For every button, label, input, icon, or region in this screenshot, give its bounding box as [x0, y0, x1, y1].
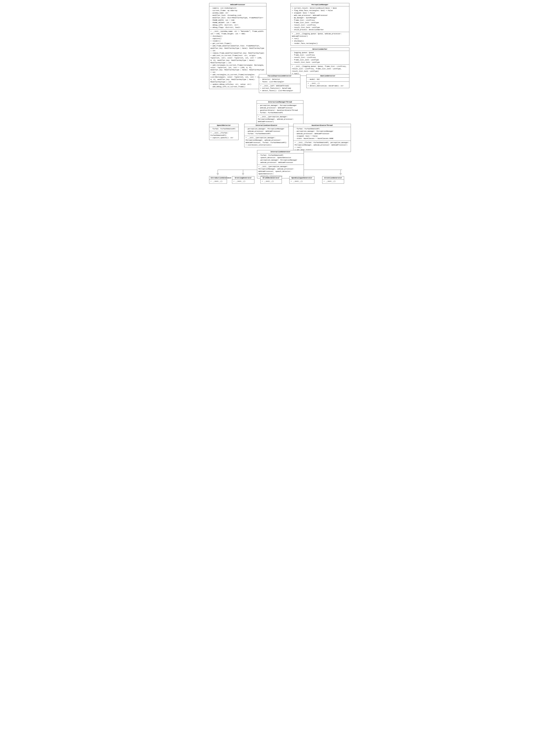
webcam-processor-method-add-text: + add_text_to_current_frame(text: str, o…	[210, 54, 265, 64]
dw-attr-resultlist: - result_list: ListProxy	[292, 56, 348, 59]
gaze-coordinator-thread-box: GazeCoordinatorThread - furhat: FurhatRe…	[293, 124, 351, 152]
drink-rec-generator-box: DrinkRecGenerator + __init__()	[260, 176, 282, 184]
webcam-processor-attr-window: - window_name: str	[210, 12, 265, 14]
ic-attrs: - perception_manager: PerceptionManager …	[244, 127, 289, 136]
fed-attrs: - detector: Detector - faces: List<Recta…	[259, 78, 300, 84]
svg-marker-12	[340, 173, 342, 175]
detection-worker-methods: + __init__(logging_queue: Queue, frame_l…	[291, 65, 349, 76]
ed-attrs: - model: SVC	[307, 78, 349, 82]
interaction-coordinator-box: InteractionCoordinator - perception_mana…	[244, 124, 289, 147]
pm-attr-resultlock: - result_list_lock: LockType	[292, 26, 348, 29]
odg-title: OpenDialogueGenerator	[289, 176, 314, 179]
sd-attrs: - furhat: FurhatRemoteAPI	[209, 127, 238, 131]
pm-method-init: + __init__(logging_queue: Queue, webcam_…	[292, 33, 348, 38]
sd-method-capture: + capture_speech(): str	[210, 137, 237, 139]
fed-methods: + __init__(wCT: WebCamThread) + extract_…	[259, 84, 300, 93]
webcam-processor-method-add-rects: + add_rectangles_to_current_frame(rectan…	[210, 74, 265, 83]
detection-worker-box: DetectionWorker - logging_queue: Queue -…	[291, 48, 349, 76]
pm-attr-resultlist: - result_list: ListProxy	[292, 24, 348, 26]
odg-methods: + __init__()	[289, 179, 314, 183]
gct-attr-state: - state: GazeClasses = GazeClasses.NONE	[295, 137, 350, 140]
greeting-generator-box: GreetingGenerator + __init__()	[232, 176, 254, 184]
dw-attr-queue: - logging_queue: Queue	[292, 52, 348, 54]
webcam-processor-box: WebcamProcessor - camera: cv2.VideoCaptu…	[209, 3, 266, 89]
dw-method-init: + __init__(logging_queue: Queue, frame_l…	[292, 65, 348, 73]
ed-methods: + __init__() + detect_emotion(au: DataFr…	[307, 82, 349, 88]
ed-method-detect: + detect_emotion(au: DataFrame): str	[308, 85, 348, 87]
webcam-processor-method-add-rect: + add_rectangle_to_current_frame(rectang…	[210, 64, 265, 74]
interaction-generator-box: InteractionGenerator - furhat: FurhatRem…	[257, 150, 304, 178]
ag-title: AttentionGenerator	[322, 176, 344, 179]
open-dialogue-generator-box: OpenDialogueGenerator + __init__()	[289, 176, 314, 184]
ig-attr-wcp: - webcam_processor: WebCamProcessor	[258, 161, 302, 164]
webcam-processor-attrs: - camera: cv2.VideoCapture - current_fra…	[209, 6, 266, 30]
drink-method-init: + __init__()	[262, 180, 280, 183]
gct-method-init: + __init__(furhat: FurhatRemoteAPI, perc…	[295, 141, 350, 146]
webcam-processor-title: WebcamProcessor	[209, 3, 266, 6]
gct-attr-furhat: - furhat: FurhatRemoteAPI	[295, 128, 350, 130]
webcam-processor-method-get-frame: + get_current_frame()	[210, 42, 265, 45]
ig-title: InteractionGenerator	[257, 150, 304, 153]
imt-attrs: - perception_manager: PerceptionManager …	[257, 104, 303, 115]
webcam-processor-method-add-modifier: + add_frame_modifier(modifier_func: Fram…	[210, 45, 265, 52]
greet-title: GreetingGenerator	[232, 176, 254, 179]
webcam-processor-method-init: + __init__(window_name: str = "Botender"…	[210, 30, 265, 35]
webcam-processor-attr-lock: - modifier_lock: threading.Lock	[210, 14, 265, 17]
facial-expression-detector-box: FacialExpressionDetector - detector: Det…	[259, 74, 300, 93]
pm-method-shutdown: + shutdown()	[292, 40, 348, 42]
gct-attr-stopped: - stopped: bool = False	[295, 135, 350, 137]
fed-method-extract: + extract_features(): DataFrame	[260, 87, 299, 90]
attention-generator-box: AttentionGenerator + __init__()	[322, 176, 344, 184]
webcam-processor-attr-height: - FRAME_HEIGHT: int = 480	[210, 22, 265, 24]
greet-methods: + __init__()	[232, 179, 254, 183]
pm-attr-webcam: - web_cam_processor: WebcamProcessor	[292, 14, 348, 17]
svg-marker-4	[217, 173, 219, 175]
pm-method-render: - render_face_rectangles()	[292, 42, 348, 45]
pm-attr-child: - child_process: DetectionWorker	[292, 29, 348, 31]
perception-manager-attrs: + current_result: DetectionResult|None =…	[291, 6, 349, 32]
intro-methods: + __init__()	[209, 179, 227, 183]
fed-attr-detector: - detector: Detector	[260, 78, 299, 81]
webcam-processor-method-remove-modifier: + remove_frame_modifier(modifier_key: Mo…	[210, 52, 265, 54]
ig-attr-sd: - speech_detector: SpeechDetector	[258, 157, 302, 159]
dw-attr-resultlock: - result_list_lock: LockType	[292, 61, 348, 64]
pm-attr-stopped: + stopped: bool = False	[292, 12, 348, 14]
imt-attr-pm: - perception_manager: PerceptionManager	[258, 104, 302, 107]
imt-attr-gaze: - gazeCoordinator: GazeCoordinatorThread	[258, 109, 302, 112]
imt-method-init: + __init__(perception_manager: Perceptio…	[258, 116, 302, 123]
ig-method-init: + __init__(perception_manager: Perceptio…	[258, 165, 302, 175]
fed-attr-faces: - faces: List<Rectangle>	[260, 81, 299, 83]
ed-title: EmotionDetector	[307, 74, 349, 78]
drink-methods: + __init__()	[261, 179, 282, 183]
ic-attr-furhat: - furhat: FurhatRemoteAPI	[246, 133, 287, 135]
webcam-processor-attr-width: - FRAME_WIDTH: int = 640	[210, 19, 265, 22]
pm-attr-mp: - mp_manager: SyncManager	[292, 17, 348, 19]
perception-manager-box: PerceptionManager + current_result: Dete…	[291, 3, 349, 46]
greet-method-init: + __init__()	[233, 180, 253, 183]
webcam-processor-method-render: + render()	[210, 40, 265, 42]
ig-attr-pm: - perception_manager: PerceptionManager	[258, 159, 302, 161]
detection-worker-attrs: - logging_queue: Queue - frame_list: Lis…	[291, 51, 349, 65]
sd-title: SpeechDetector	[209, 124, 238, 127]
webcam-processor-method-capture: - capture()	[210, 38, 265, 40]
gct-attr-wcp: - webcam_processor: WebCamProcessor	[295, 133, 350, 135]
perception-manager-methods: + __init__(logging_queue: Queue, webcam_…	[291, 32, 349, 46]
pm-method-run: + run()	[292, 38, 348, 40]
detection-worker-title: DetectionWorker	[291, 48, 349, 51]
gct-title: GazeCoordinatorThread	[293, 124, 351, 127]
intro-title: IntroductionGenerator	[209, 176, 227, 179]
fed-title: FacialExpressionDetector	[259, 74, 300, 78]
ig-attr-furhat: - furhat: FurhatRemoteAPI	[258, 154, 302, 157]
webcam-processor-method-shutdown: + shutdown()	[210, 35, 265, 38]
fed-method-init: + __init__(wCT: WebCamThread)	[260, 85, 299, 87]
webcam-processor-attr-camera: - camera: cv2.VideoCapture	[210, 7, 265, 10]
drink-title: DrinkRecGenerator	[261, 176, 282, 179]
webcam-processor-attr-debug: - debug_info: dict<str, str>	[210, 24, 265, 26]
emotion-detector-box: EmotionDetector - model: SVC + __init__(…	[306, 74, 349, 88]
speech-detector-box: SpeechDetector - furhat: FurhatRemoteAPI…	[209, 124, 239, 140]
ed-method-init: + __init__()	[308, 82, 348, 85]
ig-attrs: - furhat: FurhatRemoteAPI - speech_detec…	[257, 153, 304, 165]
ag-methods: + __init__()	[322, 179, 344, 183]
webcam-processor-attr-flags: + debug_flags: dict<str, bool>	[210, 26, 265, 29]
ag-method-init: + __init__()	[324, 180, 343, 183]
